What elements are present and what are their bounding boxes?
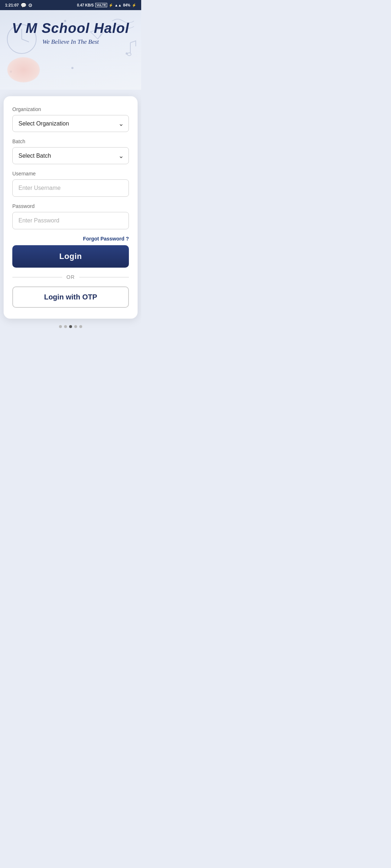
username-group: Username xyxy=(12,171,129,197)
login-button[interactable]: Login xyxy=(12,245,129,268)
signal-icon: ▲▲ xyxy=(114,3,122,7)
password-group: Password xyxy=(12,203,129,229)
svg-point-6 xyxy=(71,67,73,69)
organization-group: Organization Select Organization ⌄ xyxy=(12,106,129,132)
batch-select-wrapper[interactable]: Select Batch ⌄ xyxy=(12,147,129,164)
or-divider: OR xyxy=(12,274,129,280)
dot-4 xyxy=(74,325,77,328)
time-display: 1:21:07 xyxy=(5,3,19,7)
divider-line-right xyxy=(79,277,129,277)
network-type: VoLTE xyxy=(95,3,107,7)
whatsapp-icon: 💬 xyxy=(21,3,26,8)
page-indicator xyxy=(0,319,141,332)
battery-level: 84% xyxy=(123,3,130,7)
username-input[interactable] xyxy=(12,179,129,197)
password-input[interactable] xyxy=(12,212,129,229)
school-tagline: We Believe In The Best xyxy=(7,38,134,46)
dot-2 xyxy=(64,325,67,328)
status-right: 0.47 KB/S VoLTE ⚡ ▲▲ 84% ⚡ xyxy=(77,3,136,7)
status-bar: 1:21:07 💬 ⊙ 0.47 KB/S VoLTE ⚡ ▲▲ 84% ⚡ xyxy=(0,0,141,10)
organization-select[interactable]: Select Organization xyxy=(12,115,129,132)
divider-line-left xyxy=(12,277,62,277)
background-area: V M School Halol We Believe In The Best xyxy=(0,10,141,90)
username-label: Username xyxy=(12,171,129,176)
dot-3-active xyxy=(69,325,72,328)
dot-5 xyxy=(79,325,82,328)
svg-point-9 xyxy=(127,53,131,56)
forgot-password-link[interactable]: Forgot Password ? xyxy=(12,236,129,242)
school-name: V M School Halol xyxy=(7,21,134,36)
or-text: OR xyxy=(67,274,75,280)
data-speed: 0.47 KB/S xyxy=(77,3,94,7)
status-left: 1:21:07 💬 ⊙ xyxy=(5,3,32,8)
organization-select-wrapper[interactable]: Select Organization ⌄ xyxy=(12,115,129,132)
login-card: Organization Select Organization ⌄ Batch… xyxy=(4,96,138,319)
batch-select[interactable]: Select Batch xyxy=(12,147,129,164)
password-label: Password xyxy=(12,203,129,209)
batch-group: Batch Select Batch ⌄ xyxy=(12,139,129,164)
batch-label: Batch xyxy=(12,139,129,144)
decorative-blob xyxy=(7,57,40,82)
header-title-area: V M School Halol We Believe In The Best xyxy=(7,21,134,46)
app-icon: ⊙ xyxy=(28,3,32,8)
dot-1 xyxy=(59,325,62,328)
otp-login-button[interactable]: Login with OTP xyxy=(12,286,129,308)
battery-icon: ⚡ xyxy=(132,3,136,7)
svg-point-7 xyxy=(126,52,128,55)
organization-label: Organization xyxy=(12,106,129,112)
bluetooth-icon: ⚡ xyxy=(109,3,113,7)
